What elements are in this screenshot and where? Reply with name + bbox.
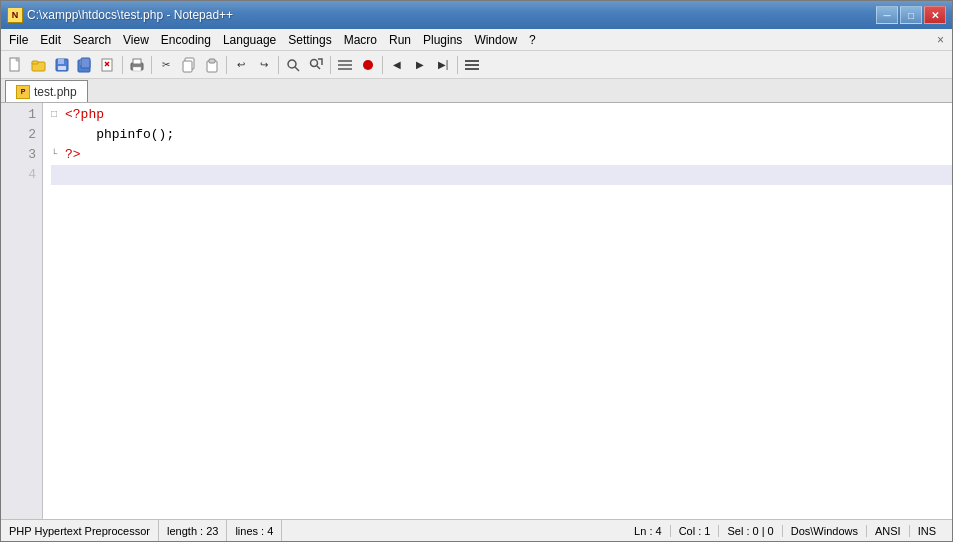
svg-rect-6: [58, 66, 66, 70]
svg-point-20: [288, 60, 296, 68]
replace-button[interactable]: [305, 54, 327, 76]
svg-rect-28: [465, 60, 479, 62]
menu-help[interactable]: ?: [523, 29, 542, 50]
save-all-button[interactable]: [74, 54, 96, 76]
svg-rect-17: [183, 61, 192, 72]
code-editor[interactable]: □<?php phpinfo(); └?>: [43, 103, 952, 519]
code-line-4: [51, 165, 952, 185]
menu-language[interactable]: Language: [217, 29, 282, 50]
print-button[interactable]: [126, 54, 148, 76]
svg-line-23: [317, 66, 320, 69]
menu-close-button[interactable]: ×: [931, 33, 950, 47]
svg-rect-3: [32, 61, 38, 64]
svg-rect-19: [209, 59, 215, 63]
tabs-bar: P test.php: [1, 79, 952, 103]
menu-settings[interactable]: Settings: [282, 29, 337, 50]
status-ins: INS: [910, 525, 944, 537]
redo-button[interactable]: ↪: [253, 54, 275, 76]
menu-window[interactable]: Window: [468, 29, 523, 50]
svg-rect-29: [465, 64, 479, 66]
menu-file[interactable]: File: [3, 29, 34, 50]
svg-point-27: [363, 60, 373, 70]
paste-button[interactable]: [201, 54, 223, 76]
save-button[interactable]: [51, 54, 73, 76]
editor-area[interactable]: 1 2 3 4 □<?php phpinfo(); └?>: [1, 103, 952, 519]
menu-edit[interactable]: Edit: [34, 29, 67, 50]
main-window: N C:\xampp\htdocs\test.php - Notepad++ ─…: [0, 0, 953, 542]
length-label: length : 23: [167, 525, 218, 537]
undo-button[interactable]: ↩: [230, 54, 252, 76]
app-icon: N: [7, 7, 23, 23]
close-button[interactable]: ✕: [924, 6, 946, 24]
menu-view[interactable]: View: [117, 29, 155, 50]
svg-rect-5: [58, 59, 64, 64]
code-line-2: phpinfo();: [51, 125, 952, 145]
menu-encoding[interactable]: Encoding: [155, 29, 217, 50]
last-button[interactable]: ▶|: [432, 54, 454, 76]
svg-rect-30: [465, 68, 479, 70]
status-file-type: PHP Hypertext Preprocessor: [9, 520, 159, 541]
copy-button[interactable]: [178, 54, 200, 76]
cut-button[interactable]: ✂: [155, 54, 177, 76]
svg-line-21: [295, 67, 299, 71]
menu-macro[interactable]: Macro: [338, 29, 383, 50]
ins-label: INS: [918, 525, 936, 537]
status-line-ending: Dos\Windows: [783, 525, 867, 537]
macro-record-button[interactable]: [357, 54, 379, 76]
separator-7: [457, 56, 458, 74]
line-numbers: 1 2 3 4: [1, 103, 43, 519]
status-position: Ln : 4: [634, 525, 671, 537]
line-number-4: 4: [1, 165, 36, 185]
close-doc-button[interactable]: [97, 54, 119, 76]
next-button[interactable]: ▶: [409, 54, 431, 76]
svg-rect-9: [81, 58, 90, 68]
menu-plugins[interactable]: Plugins: [417, 29, 468, 50]
col-label: Col : 1: [679, 525, 711, 537]
window-controls: ─ □ ✕: [876, 6, 946, 24]
lines-label: lines : 4: [235, 525, 273, 537]
line-number-2: 2: [1, 125, 36, 145]
status-bar: PHP Hypertext Preprocessor length : 23 l…: [1, 519, 952, 541]
separator-6: [382, 56, 383, 74]
svg-rect-14: [133, 59, 141, 64]
sel-label: Sel : 0 | 0: [727, 525, 773, 537]
separator-1: [122, 56, 123, 74]
new-button[interactable]: [5, 54, 27, 76]
line-number-3: 3: [1, 145, 36, 165]
minimize-button[interactable]: ─: [876, 6, 898, 24]
fold-marker-4: [51, 165, 65, 185]
tab-test-php[interactable]: P test.php: [5, 80, 88, 102]
separator-3: [226, 56, 227, 74]
svg-rect-15: [133, 67, 141, 71]
fold-marker-1[interactable]: □: [51, 105, 65, 125]
separator-5: [330, 56, 331, 74]
encoding-label: ANSI: [875, 525, 901, 537]
maximize-button[interactable]: □: [900, 6, 922, 24]
tab-label: test.php: [34, 85, 77, 99]
menu-bar: File Edit Search View Encoding Language …: [1, 29, 952, 51]
settings-button[interactable]: [461, 54, 483, 76]
status-encoding: ANSI: [867, 525, 910, 537]
fold-marker-2: [51, 125, 65, 145]
status-lines: lines : 4: [227, 520, 282, 541]
status-sel: Sel : 0 | 0: [719, 525, 782, 537]
tab-file-icon: P: [16, 85, 30, 99]
file-type-label: PHP Hypertext Preprocessor: [9, 525, 150, 537]
prev-button[interactable]: ◀: [386, 54, 408, 76]
find-button[interactable]: [282, 54, 304, 76]
open-button[interactable]: [28, 54, 50, 76]
indent-button[interactable]: [334, 54, 356, 76]
menu-search[interactable]: Search: [67, 29, 117, 50]
status-length: length : 23: [159, 520, 227, 541]
window-title: C:\xampp\htdocs\test.php - Notepad++: [27, 8, 876, 22]
fold-marker-3[interactable]: └: [51, 145, 65, 165]
line-number-1: 1: [1, 105, 36, 125]
separator-2: [151, 56, 152, 74]
menu-run[interactable]: Run: [383, 29, 417, 50]
status-col: Col : 1: [671, 525, 720, 537]
code-line-1: □<?php: [51, 105, 952, 125]
line-ending-label: Dos\Windows: [791, 525, 858, 537]
separator-4: [278, 56, 279, 74]
status-right-section: Ln : 4 Col : 1 Sel : 0 | 0 Dos\Windows A…: [634, 525, 944, 537]
toolbar: ✂ ↩ ↪ ◀ ▶ ▶|: [1, 51, 952, 79]
